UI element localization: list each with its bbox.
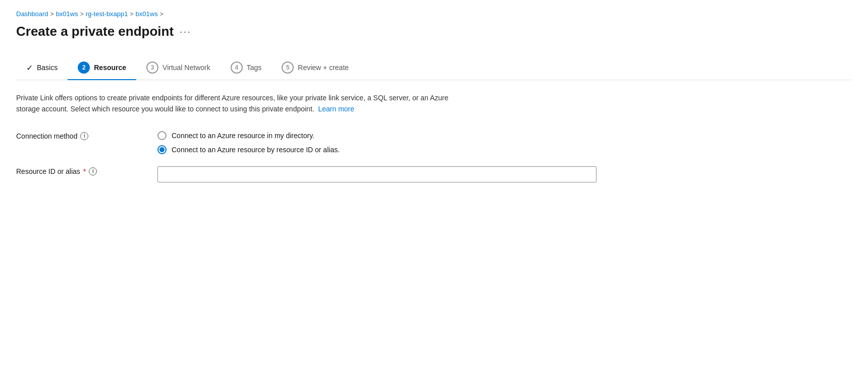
breadcrumb-dashboard[interactable]: Dashboard	[16, 10, 48, 18]
breadcrumb-bx01ws-1[interactable]: bx01ws	[56, 10, 78, 18]
breadcrumb-sep-1: >	[50, 11, 54, 18]
learn-more-link[interactable]: Learn more	[318, 105, 354, 113]
description-text: Private Link offers options to create pr…	[16, 94, 449, 113]
tab-vnet-number: 3	[146, 61, 158, 74]
description-block: Private Link offers options to create pr…	[16, 92, 470, 115]
breadcrumb-sep-2: >	[80, 11, 84, 18]
resource-id-label-col: Resource ID or alias * i	[16, 166, 147, 175]
tab-basics-label: Basics	[37, 64, 58, 72]
breadcrumb-sep-4: >	[160, 11, 164, 18]
radio-option-resource-id[interactable]: Connect to an Azure resource by resource…	[157, 145, 852, 154]
radio-resource-id-label: Connect to an Azure resource by resource…	[172, 146, 340, 154]
tab-tags[interactable]: 4 Tags	[221, 55, 272, 80]
resource-id-label: Resource ID or alias	[16, 167, 80, 175]
tab-review-create[interactable]: 5 Review + create	[272, 55, 359, 80]
resource-id-control-col	[157, 166, 852, 182]
breadcrumb-rg-test[interactable]: rg-test-bxapp1	[86, 10, 128, 18]
tab-basics[interactable]: ✓ Basics	[16, 57, 68, 79]
connection-method-label: Connection method	[16, 132, 77, 140]
resource-id-input[interactable]	[157, 166, 596, 182]
connection-method-info-icon[interactable]: i	[80, 132, 88, 140]
tab-check-icon: ✓	[26, 63, 33, 73]
breadcrumb-sep-3: >	[130, 11, 134, 18]
page-title: Create a private endpoint	[16, 24, 174, 39]
connection-method-control-col: Connect to an Azure resource in my direc…	[157, 131, 852, 154]
radio-resource-id-outer	[157, 145, 167, 154]
form-section: Connection method i Connect to an Azure …	[16, 131, 852, 182]
radio-directory-label: Connect to an Azure resource in my direc…	[172, 132, 314, 140]
radio-option-directory[interactable]: Connect to an Azure resource in my direc…	[157, 131, 852, 140]
wizard-tabs: ✓ Basics 2 Resource 3 Virtual Network 4 …	[16, 55, 852, 80]
tab-virtual-network[interactable]: 3 Virtual Network	[136, 55, 221, 80]
radio-directory-outer	[157, 131, 167, 140]
tab-review-label: Review + create	[298, 64, 349, 72]
tab-resource[interactable]: 2 Resource	[68, 55, 136, 80]
tab-vnet-label: Virtual Network	[162, 64, 210, 72]
connection-method-label-col: Connection method i	[16, 131, 147, 140]
tab-resource-number: 2	[78, 61, 90, 74]
tab-resource-label: Resource	[94, 64, 126, 72]
tab-tags-label: Tags	[247, 64, 262, 72]
more-options-icon[interactable]: ···	[180, 26, 191, 37]
resource-id-required-star: *	[83, 167, 86, 175]
connection-method-row: Connection method i Connect to an Azure …	[16, 131, 852, 154]
resource-id-row: Resource ID or alias * i	[16, 166, 852, 182]
tab-tags-number: 4	[231, 61, 243, 74]
breadcrumb-bx01ws-2[interactable]: bx01ws	[136, 10, 158, 18]
resource-id-info-icon[interactable]: i	[89, 167, 97, 175]
radio-resource-id-inner	[159, 147, 165, 152]
breadcrumb: Dashboard > bx01ws > rg-test-bxapp1 > bx…	[16, 10, 852, 18]
tab-review-number: 5	[282, 61, 294, 74]
